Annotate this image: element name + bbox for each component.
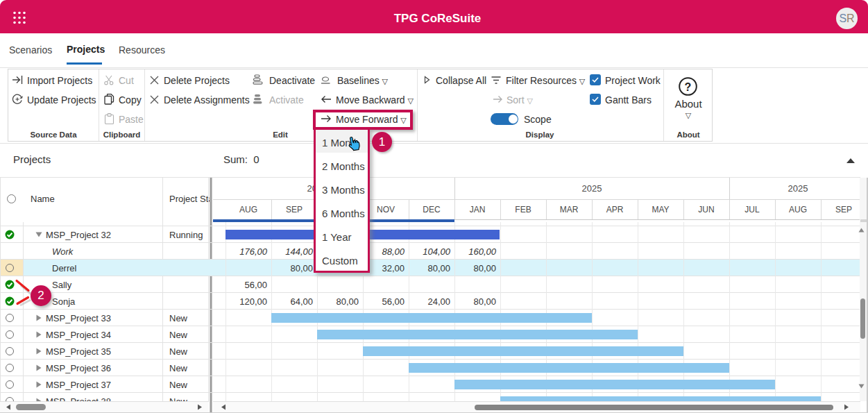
svg-text:?: ? xyxy=(685,81,692,93)
